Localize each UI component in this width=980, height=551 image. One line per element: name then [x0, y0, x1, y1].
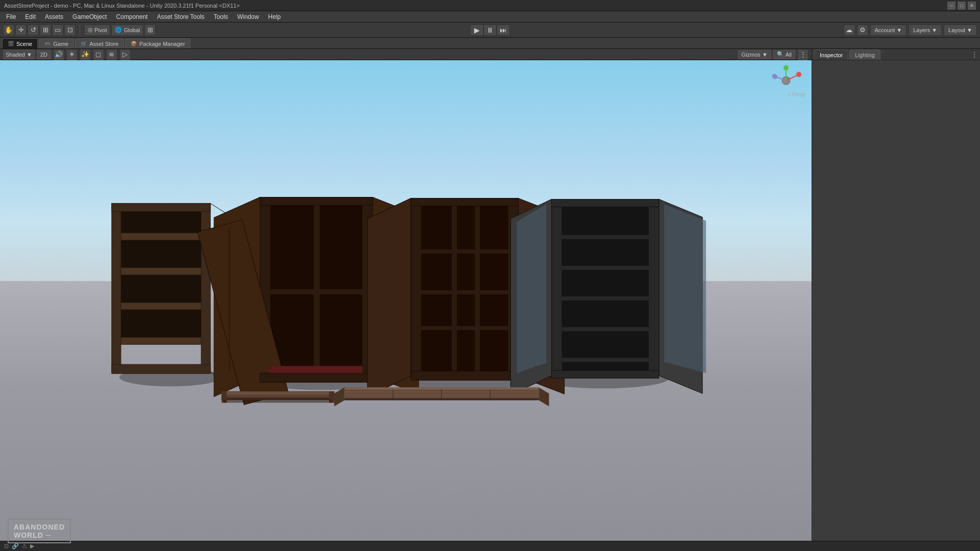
step-button[interactable]: ⏭ [497, 24, 510, 36]
layers-label: Layers [913, 27, 930, 33]
rect-tool-button[interactable]: ▭ [52, 24, 63, 36]
tab-asset-store[interactable]: 🛒Asset Store [75, 38, 124, 48]
all-button[interactable]: 🔍 All [773, 50, 795, 59]
2d-label: 2D [40, 52, 47, 58]
right-tab-inspector[interactable]: Inspector [814, 49, 848, 60]
svg-rect-41 [562, 205, 649, 371]
menu-bar: FileEditAssetsGameObjectComponentAsset S… [0, 11, 980, 22]
grid-button[interactable]: ⊞ [144, 24, 156, 36]
svg-rect-26 [270, 366, 362, 373]
fx-toggle[interactable]: ✨ [80, 49, 91, 60]
transform-tool-button[interactable]: ⊡ [64, 24, 76, 36]
collab-icon[interactable]: ☁ [844, 24, 855, 36]
scene-3d [0, 60, 812, 551]
shaded-dropdown[interactable]: Shaded ▼ [3, 50, 35, 59]
tab-label-game: Game [53, 41, 68, 47]
play-button[interactable]: ▶ [470, 24, 483, 36]
svg-rect-27 [270, 289, 362, 294]
svg-rect-30 [421, 204, 508, 371]
svg-rect-52 [552, 370, 659, 378]
svg-rect-54 [222, 391, 334, 394]
menu-item-window[interactable]: Window [233, 12, 263, 21]
tab-game[interactable]: 🎮Game [39, 38, 74, 48]
fog-toggle[interactable]: ≋ [106, 49, 117, 60]
status-icon-4: ▶ [30, 543, 34, 549]
window-controls[interactable]: ─ □ ✕ [947, 2, 976, 10]
more-options-button[interactable]: ⋮ [797, 49, 808, 60]
tab-label-package-manager: Package Manager [139, 41, 185, 47]
right-tab-lighting[interactable]: Lighting [849, 49, 880, 60]
tab-scene[interactable]: 🎬Scene [2, 38, 38, 48]
menu-item-help[interactable]: Help [264, 12, 285, 21]
viewport[interactable]: x y z < Persp ABANDONED WORLD ─ [0, 60, 812, 551]
menu-item-component[interactable]: Component [112, 12, 152, 21]
menu-item-gameobject[interactable]: GameObject [68, 12, 111, 21]
minimize-button[interactable]: ─ [947, 2, 955, 10]
menu-item-assets[interactable]: Assets [41, 12, 67, 21]
sound-toggle[interactable]: 🔊 [53, 49, 64, 60]
tab-package-manager[interactable]: 📦Package Manager [125, 38, 190, 48]
pause-button[interactable]: ⏸ [483, 24, 497, 36]
pivot-icon: ◎ [88, 27, 93, 33]
svg-rect-20 [314, 203, 320, 371]
status-bar: ⊡ 🔗 ⚠ ▶ [0, 541, 980, 551]
menu-item-file[interactable]: File [2, 12, 20, 21]
hand-tool-button[interactable]: ✋ [3, 24, 14, 36]
light-toggle[interactable]: ☀ [66, 49, 78, 60]
svg-rect-7 [112, 364, 210, 373]
status-icon-2: 🔗 [12, 543, 19, 549]
persp-label: < Persp [788, 92, 805, 97]
scene-view: Shaded ▼ 2D 🔊 ☀ ✨ ◻ ≋ ▷ Gizmos ▼ 🔍 All ⋮ [0, 49, 812, 551]
svg-marker-50 [664, 205, 706, 373]
svg-rect-44 [562, 296, 649, 300]
rotate-tool-button[interactable]: ↺ [28, 24, 39, 36]
right-toolbar-group: ☁ ⚙ Account ▼ Layers ▼ Layout ▼ [844, 24, 977, 36]
global-button[interactable]: 🌐 Global [111, 24, 143, 36]
scale-tool-button[interactable]: ⊞ [40, 24, 51, 36]
right-panel-content [812, 60, 980, 551]
tab-icon-game: 🎮 [44, 41, 51, 46]
menu-item-asset-store-tools[interactable]: Asset Store Tools [153, 12, 208, 21]
svg-rect-46 [562, 358, 649, 362]
global-label: Global [124, 27, 140, 33]
svg-marker-69 [539, 387, 549, 406]
right-panel-more-button[interactable]: ⋮ [971, 51, 978, 59]
svg-rect-8 [121, 233, 201, 240]
layout-button[interactable]: Layout ▼ [944, 24, 977, 36]
layers-button[interactable]: Layers ▼ [909, 24, 942, 36]
svg-rect-13 [121, 240, 201, 268]
account-button[interactable]: Account ▼ [870, 24, 907, 36]
svg-rect-6 [112, 204, 210, 212]
gizmos-arrow: ▼ [762, 52, 768, 58]
svg-text:z: z [772, 72, 774, 76]
skybox-toggle[interactable]: ◻ [93, 49, 104, 60]
gizmos-button[interactable]: Gizmos ▼ [738, 50, 771, 59]
shaded-label: Shaded [6, 52, 25, 58]
svg-rect-51 [552, 199, 659, 207]
right-tab-label: Inspector [820, 52, 843, 58]
maximize-button[interactable]: □ [958, 2, 966, 10]
tab-icon-asset-store: 🛒 [81, 41, 87, 46]
svg-marker-48 [517, 205, 546, 373]
svg-rect-35 [421, 326, 508, 330]
svg-rect-12 [121, 212, 201, 233]
menu-item-tools[interactable]: Tools [210, 12, 232, 21]
watermark-line1: ABANDONED [14, 523, 65, 531]
main-layout: Shaded ▼ 2D 🔊 ☀ ✨ ◻ ≋ ▷ Gizmos ▼ 🔍 All ⋮ [0, 49, 980, 551]
settings-icon[interactable]: ⚙ [857, 24, 868, 36]
scene-toolbar: Shaded ▼ 2D 🔊 ☀ ✨ ◻ ≋ ▷ Gizmos ▼ 🔍 All ⋮ [0, 49, 812, 60]
playback-controls: ▶ ⏸ ⏭ [470, 24, 510, 36]
close-button[interactable]: ✕ [968, 2, 976, 10]
status-icon-1: ⊡ [4, 543, 9, 549]
tab-icon-scene: 🎬 [8, 41, 14, 46]
svg-rect-66 [345, 387, 539, 389]
svg-rect-43 [562, 266, 649, 270]
2d-toggle[interactable]: 2D [37, 50, 51, 59]
pivot-button[interactable]: ◎ Pivot [84, 24, 110, 36]
move-tool-button[interactable]: ✛ [15, 24, 27, 36]
gizmo-svg: x y z [771, 65, 801, 96]
toolbar: ✋ ✛ ↺ ⊞ ▭ ⊡ ◎ Pivot 🌐 Global ⊞ ▶ ⏸ ⏭ ☁ ⚙… [0, 22, 980, 38]
anim-toggle[interactable]: ▷ [119, 49, 131, 60]
menu-item-edit[interactable]: Edit [21, 12, 40, 21]
svg-rect-33 [421, 249, 508, 254]
